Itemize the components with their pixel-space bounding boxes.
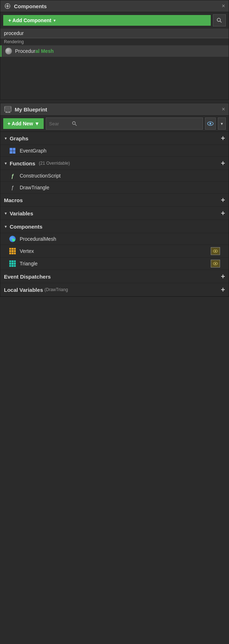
event-dispatchers-add-button[interactable]: + [221,273,225,280]
local-variables-label: Local Variables [4,287,43,293]
variables-label: Variables [10,210,33,216]
triangle-item[interactable]: Triangle [0,258,229,270]
svg-point-14 [73,122,75,125]
procedural-mesh-bp-label: ProceduralMesh [20,236,220,242]
svg-point-17 [210,123,211,125]
blueprint-dropdown-button[interactable]: ▼ [218,118,226,130]
local-variables-section-header[interactable]: Local Variables (DrawTriang + [0,283,229,296]
procedural-mesh-result[interactable]: Procedural Mesh [0,45,229,57]
variables-triangle: ▼ [4,211,8,215]
variables-add-button[interactable]: + [221,210,225,217]
triangle-icon [9,260,16,267]
functions-add-button[interactable]: + [221,160,225,167]
category-rendering-label: Rendering [0,38,229,45]
blueprint-toolbar: + Add New ▼ ▼ [0,116,229,132]
blueprint-title-label: My Blueprint [15,106,47,113]
blueprint-icon [4,105,12,113]
event-graph-label: EventGraph [20,148,220,154]
functions-overridable: (21 Overridable) [39,161,70,166]
components-title-label: Components [14,3,47,9]
local-variables-add-button[interactable]: + [221,286,225,293]
add-component-arrow: ▼ [53,19,56,23]
add-component-button[interactable]: + Add Component ▼ [3,15,211,26]
blueprint-panel-header: My Blueprint × [0,103,229,116]
local-variables-left: Local Variables (DrawTriang [4,287,68,293]
variables-section-left: ▼ Variables [4,210,33,216]
graphs-section-header[interactable]: ▼ Graphs + [0,132,229,145]
macros-section-header[interactable]: Macros + [0,194,229,207]
blueprint-eye-button[interactable] [205,118,216,130]
bp-components-triangle: ▼ [4,225,8,229]
graphs-add-button[interactable]: + [221,135,225,142]
result-text-before: Procedur [15,48,35,54]
functions-section-header[interactable]: ▼ Functions (21 Overridable) + [0,157,229,170]
macros-add-button[interactable]: + [221,196,225,204]
svg-point-19 [215,250,216,252]
vertex-eye-button[interactable] [211,247,220,255]
draw-triangle-label: DrawTriangle [20,185,220,190]
draw-triangle-item[interactable]: ƒ DrawTriangle [0,182,229,194]
functions-label: Functions [10,160,35,166]
blueprint-panel: My Blueprint × + Add New ▼ ▼ ▼ Graphs [0,103,229,297]
components-panel: Components × + Add Component ▼ Rendering… [0,0,229,100]
procedural-mesh-bp-icon [9,235,16,243]
vertex-label: Vertex [20,248,207,254]
components-search-field-wrapper [0,29,229,38]
graphs-section-left: ▼ Graphs [4,135,28,141]
triangle-label: Triangle [20,261,207,266]
graphs-triangle: ▼ [4,136,8,140]
variables-section-header[interactable]: ▼ Variables + [0,207,229,220]
triangle-eye-button[interactable] [211,260,220,268]
local-variables-sub: (DrawTriang [44,287,68,292]
bp-components-label: Components [10,224,43,230]
add-new-arrow: ▼ [34,121,39,126]
components-toolbar: + Add Component ▼ [0,12,229,29]
components-close-button[interactable]: × [222,3,225,9]
construction-script-item[interactable]: ƒ ConstructionScript [0,170,229,182]
event-graph-item[interactable]: EventGraph [0,145,229,157]
procedural-mesh-result-icon [5,48,12,55]
blueprint-search-icon [72,121,77,126]
procedural-mesh-result-text: Procedural Mesh [15,48,54,54]
event-graph-icon [9,147,16,154]
blueprint-panel-title: My Blueprint [4,105,47,113]
blueprint-search-box[interactable] [46,118,203,130]
components-search-input[interactable] [0,29,229,38]
components-panel-title: Components [4,3,47,10]
vertex-item[interactable]: Vertex [0,245,229,258]
vertex-icon [9,248,16,255]
construction-script-icon: ƒ [9,172,16,179]
components-icon [4,3,11,10]
procedural-mesh-item[interactable]: ProceduralMesh [0,233,229,245]
blueprint-search-input[interactable] [49,121,70,126]
event-dispatchers-label: Event Dispatchers [4,274,51,280]
components-empty-area [0,57,229,100]
graphs-label: Graphs [10,135,29,141]
svg-line-7 [220,21,221,23]
functions-triangle: ▼ [4,161,8,165]
svg-line-15 [75,124,77,126]
bp-components-section-left: ▼ Components [4,224,43,230]
construction-script-label: ConstructionScript [20,173,220,179]
blueprint-close-button[interactable]: × [222,106,225,113]
svg-point-21 [215,263,216,264]
event-dispatchers-section-header[interactable]: Event Dispatchers + [0,270,229,283]
svg-point-1 [6,5,9,7]
bp-components-section-header[interactable]: ▼ Components + [0,220,229,233]
functions-section-left: ▼ Functions (21 Overridable) [4,160,70,166]
svg-point-6 [217,18,220,21]
svg-rect-10 [5,109,10,111]
macros-label: Macros [4,197,23,203]
draw-triangle-icon: ƒ [9,184,16,191]
component-search-icon-button[interactable] [213,14,226,26]
add-new-button[interactable]: + Add New ▼ [3,118,44,129]
result-text-highlight: al Mesh [35,48,54,54]
components-panel-header: Components × [0,0,229,12]
